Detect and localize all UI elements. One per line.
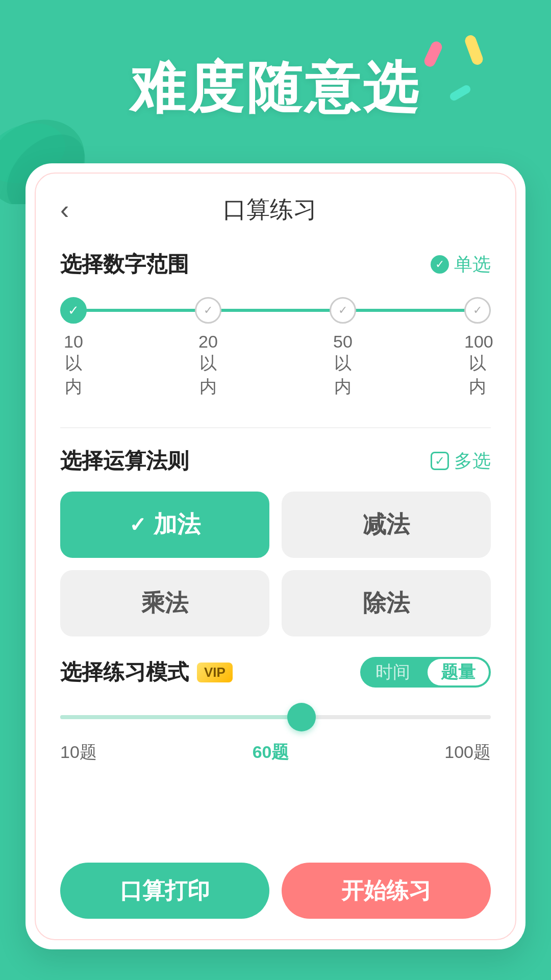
number-range-slider: ✓ ✓ ✓ ✓ 10以内 20以内 50以内 100以内 xyxy=(60,295,491,399)
quantity-slider[interactable] xyxy=(60,702,491,732)
back-button[interactable]: ‹ xyxy=(60,197,69,223)
multi-select-label: 多选 xyxy=(454,449,491,474)
practice-mode-section: 选择练习模式 VIP 时间 题量 10题 xyxy=(60,657,491,764)
single-select-icon: ✓ xyxy=(431,255,449,274)
multiplication-label: 乘法 xyxy=(141,587,188,619)
slider-label-3: 100以内 xyxy=(464,332,491,399)
time-label: 时间 xyxy=(375,660,410,684)
number-range-header: 选择数字范围 ✓ 单选 xyxy=(60,250,491,279)
mode-toggle-quantity[interactable]: 题量 xyxy=(428,659,489,685)
single-select-badge: ✓ 单选 xyxy=(431,252,491,277)
division-label: 除法 xyxy=(363,587,410,619)
mode-toggle[interactable]: 时间 题量 xyxy=(360,657,491,688)
quantity-label: 题量 xyxy=(441,660,475,684)
mode-label: 选择练习模式 xyxy=(60,658,189,687)
multi-select-badge: ✓ 多选 xyxy=(431,449,491,474)
divider-1 xyxy=(60,427,491,428)
slider-label-1: 20以内 xyxy=(195,332,221,399)
single-select-label: 单选 xyxy=(454,252,491,277)
op-btn-addition[interactable]: ✓ 加法 xyxy=(60,492,269,558)
slider-label-0: 10以内 xyxy=(60,332,87,399)
quantity-labels: 10题 60题 100题 xyxy=(60,741,491,764)
addition-check-icon: ✓ xyxy=(129,513,146,536)
addition-label: 加法 xyxy=(154,509,201,541)
mode-toggle-time[interactable]: 时间 xyxy=(360,657,425,688)
slider-dot-0[interactable]: ✓ xyxy=(60,297,87,324)
multi-select-icon: ✓ xyxy=(431,452,449,470)
qty-max-label: 100题 xyxy=(444,741,491,764)
mode-header: 选择练习模式 VIP 时间 题量 xyxy=(60,657,491,688)
subtraction-label: 减法 xyxy=(363,509,410,541)
op-btn-division[interactable]: 除法 xyxy=(282,570,491,636)
op-btn-addition-inner: ✓ 加法 xyxy=(129,509,201,541)
hero-title: 难度随意选 xyxy=(0,51,551,126)
card-header: ‹ 口算练习 xyxy=(60,194,491,226)
start-button[interactable]: 开始练习 xyxy=(282,863,491,919)
number-range-label: 选择数字范围 xyxy=(60,250,189,279)
card-title: 口算练习 xyxy=(69,194,470,226)
operation-label: 选择运算法则 xyxy=(60,447,189,475)
slider-dot-3[interactable]: ✓ xyxy=(464,297,491,324)
slider-dot-2[interactable]: ✓ xyxy=(330,297,356,324)
vip-badge: VIP xyxy=(197,663,233,682)
op-btn-subtraction[interactable]: 减法 xyxy=(282,492,491,558)
card-inner: ‹ 口算练习 选择数字范围 ✓ 单选 ✓ ✓ ✓ ✓ xyxy=(35,173,516,940)
slider-dots: ✓ ✓ ✓ ✓ xyxy=(60,297,491,324)
slider-label-2: 50以内 xyxy=(330,332,356,399)
operation-grid: ✓ 加法 减法 乘法 除法 xyxy=(60,492,491,636)
qty-current-label: 60题 xyxy=(253,741,289,764)
op-btn-multiplication[interactable]: 乘法 xyxy=(60,570,269,636)
main-card: ‹ 口算练习 选择数字范围 ✓ 单选 ✓ ✓ ✓ ✓ xyxy=(26,163,525,949)
quantity-thumb[interactable] xyxy=(287,703,316,731)
mode-label-wrap: 选择练习模式 VIP xyxy=(60,658,233,687)
print-button[interactable]: 口算打印 xyxy=(60,863,269,919)
quantity-fill xyxy=(60,715,302,719)
slider-dot-1[interactable]: ✓ xyxy=(195,297,221,324)
slider-track-wrap: ✓ ✓ ✓ ✓ xyxy=(60,295,491,326)
bottom-buttons: 口算打印 开始练习 xyxy=(60,854,491,919)
qty-min-label: 10题 xyxy=(60,741,97,764)
slider-labels: 10以内 20以内 50以内 100以内 xyxy=(60,332,491,399)
operation-header: 选择运算法则 ✓ 多选 xyxy=(60,447,491,475)
